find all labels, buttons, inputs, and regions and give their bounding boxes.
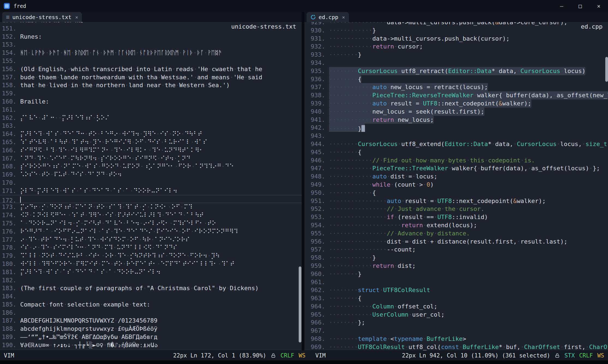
code-line[interactable]: 943. bbox=[304, 132, 608, 140]
code-line[interactable]: 948.············auto·dist·=·locus; bbox=[304, 172, 608, 181]
code-line[interactable]: 953.················if·(result·==·UTF8::… bbox=[304, 213, 608, 221]
code-line[interactable]: 968.········template·<typename·BufferLik… bbox=[304, 335, 608, 343]
eol-indicator[interactable]: CRLF bbox=[579, 352, 593, 359]
code-line[interactable]: 158.that·he·lived·in·the·northern·land·n… bbox=[0, 81, 302, 89]
code-line[interactable]: 956.················dist·=·dist·+·distan… bbox=[304, 238, 608, 246]
code-line[interactable]: 187.ABCDEFGHIJKLMNOPQRSTUVWXYZ·/01234567… bbox=[0, 317, 302, 325]
line-number: 943. bbox=[304, 132, 325, 140]
code-line[interactable]: 175.⠁·⠙⠕⠕⠗⠤⠝⠁⠊⠇⠲·⡊·⠍⠊⠣⠞·⠙⠁⠧⠑·⠃⠑⠲·⠔⠊⠇⠔⠫⠂·… bbox=[0, 219, 302, 227]
right-editor[interactable]: 929.················data->multi_cursors.… bbox=[304, 22, 608, 350]
code-line[interactable]: 176.⠗⠑⠛⠜⠙·⠁·⠊⠕⠋⠋⠔⠤⠝⠁⠊⠇·⠁⠎·⠹⠑·⠙⠑⠁⠙⠑⠌·⠏⠊⠑⠊… bbox=[0, 227, 302, 236]
right-scrollbar-thumb[interactable] bbox=[605, 57, 608, 82]
code-line[interactable]: 161. bbox=[0, 106, 302, 114]
close-icon[interactable]: ✕ bbox=[75, 14, 78, 20]
code-line[interactable]: 168.⡎⠊⠗⠕⠕⠛⠑⠰⠎·⠝⠁⠍⠑·⠺⠁⠎·⠛⠕⠕⠙·⠥⠏⠕⠝·⠰⡡⠁⠝⠛⠑⠂… bbox=[0, 162, 302, 171]
code-line[interactable]: 932.············return·cursor; bbox=[304, 43, 608, 51]
code-line[interactable]: 173.⡍⠔⠙⠖·⡊·⠙⠕⠝⠰⠞·⠍⠑⠁⠝·⠞⠕·⠎⠁⠹·⠹⠁⠞·⡊·⠅⠝⠪⠂·… bbox=[0, 203, 302, 211]
code-line[interactable]: 951.················auto·result·=·UTF8::… bbox=[304, 197, 608, 205]
code-line[interactable]: 941.············return·new_locus; bbox=[304, 116, 608, 124]
code-line[interactable]: 177.⠔·⠹⠑·⠞⠗⠁⠙⠑⠲·⡃⠥⠞·⠹⠑·⠺⠊⠎⠙⠕⠍·⠕⠋·⠳⠗·⠁⠝⠊⠑… bbox=[0, 236, 302, 244]
code-line[interactable]: 936.········{ bbox=[304, 75, 608, 83]
pane-divider[interactable] bbox=[302, 12, 304, 350]
code-line[interactable]: 181.⡍⠜⠇⠑⠹·⠺⠁⠎·⠁⠎·⠙⠑⠁⠙·⠁⠎·⠁·⠙⠕⠕⠗⠤⠝⠁⠊⠇⠲ bbox=[0, 268, 302, 276]
code-line[interactable]: 963.········{ bbox=[304, 294, 608, 302]
code-line[interactable]: 931.············data->multi_cursors.push… bbox=[304, 35, 608, 43]
code-line[interactable]: 154.ᚻᛖ·ᚳᚹᚫᚦ·ᚦᚫᛏ·ᚻᛖ·ᛒᚢᛞᛖ·ᚩᚾ·ᚦᚫᛗ·ᛚᚪᚾᛞᛖ·ᚾᚩᚱ… bbox=[0, 49, 302, 57]
code-line[interactable]: 165.⠱⠁⠞⠑⠧⠻·⠁⠃⠳⠞·⠹⠁⠞⠲·⡹⠑·⠗⠑⠛⠊⠌⠻·⠕⠋·⠙⠊⠎·⠃⠥… bbox=[0, 138, 302, 146]
code-line[interactable]: 967. bbox=[304, 327, 608, 335]
code-line[interactable]: 960.········} bbox=[304, 270, 608, 278]
code-line[interactable]: 183.(The·first·couple·of·paragraphs·of·"… bbox=[0, 284, 302, 292]
code-line[interactable]: 180.⠺⠊⠇⠇·⠹⠻⠑⠋⠕⠗⠑·⠏⠻⠍⠊⠞·⠍⠑·⠞⠕·⠗⠑⠏⠑⠁⠞⠂·⠑⠍⠏… bbox=[0, 260, 302, 268]
lock-icon[interactable] bbox=[555, 353, 560, 359]
close-icon[interactable]: ✕ bbox=[342, 14, 345, 20]
code-line[interactable]: 946.············//·Find·out·how·many·byt… bbox=[304, 156, 608, 165]
code-line[interactable]: 930.············} bbox=[304, 26, 608, 35]
code-line[interactable]: 949.············while·(count·>·0) bbox=[304, 181, 608, 189]
code-line[interactable]: 947.············PieceTree::TreeWalker·wa… bbox=[304, 164, 608, 172]
code-line[interactable]: 190.∀∂∈ℝ∧∪≡∞·↑↗↨↻⇣·┐┼╔╘░►☺♀·ﬁ�⑀₂ἠḂӥẄɐː⍎א… bbox=[0, 341, 302, 349]
code-line[interactable]: 961. bbox=[304, 278, 608, 286]
code-line[interactable]: 189.–—‘“”„†•…‰™œŠŸž€·ΑΒΓΔΩαβγδω·АБВГДабв… bbox=[0, 333, 302, 341]
code-line[interactable]: 152.Runes: bbox=[0, 33, 302, 41]
minimize-button[interactable]: – bbox=[552, 0, 571, 12]
code-line[interactable]: 944.········CursorLocus·utf8_extend(Edit… bbox=[304, 140, 608, 148]
tab-unicode-stress-txt[interactable]: ≡ unicode-stress.txt ✕ bbox=[2, 12, 82, 22]
tab-ed-cpp[interactable]: ed.cpp ✕ bbox=[307, 12, 349, 22]
left-scrollbar-thumb[interactable] bbox=[299, 266, 301, 342]
whitespace-indicator[interactable]: WS bbox=[597, 352, 604, 359]
code-line[interactable]: 945.········{ bbox=[304, 148, 608, 156]
code-line[interactable]: 933.········} bbox=[304, 51, 608, 59]
maximize-button[interactable]: □ bbox=[571, 0, 589, 12]
code-line[interactable]: 965.············UserColumn·user_col; bbox=[304, 311, 608, 319]
code-line[interactable]: 188.abcdefghijklmnopqrstuvwxyz·£©µÀÆÖÞßé… bbox=[0, 325, 302, 333]
code-line[interactable]: 955.················//·Advance·by·distan… bbox=[304, 229, 608, 238]
code-line[interactable]: 957.················--count; bbox=[304, 245, 608, 254]
code-line[interactable]: 942.········} bbox=[304, 124, 608, 132]
code-line[interactable]: 969.········UTF8ColResult·utf8_col(const… bbox=[304, 343, 608, 350]
code-line[interactable]: 937.············auto·new_locus·=·retract… bbox=[304, 83, 608, 91]
code-line[interactable]: 163. bbox=[0, 122, 302, 130]
code-line[interactable]: 171.⡕⠇⠙·⡍⠜⠇⠑⠹·⠺⠁⠎·⠁⠎·⠙⠑⠁⠙·⠁⠎·⠁·⠙⠕⠕⠗⠤⠝⠁⠊⠇… bbox=[0, 187, 302, 195]
code-line[interactable]: 185.Compact·font·selection·example·text: bbox=[0, 301, 302, 309]
code-line[interactable]: 938.············PieceTree::ReverseTreeWa… bbox=[304, 91, 608, 99]
code-line[interactable]: 966.········}; bbox=[304, 318, 608, 327]
code-line[interactable]: 952.················//·Just·advance·the·… bbox=[304, 205, 608, 213]
code-line[interactable]: 935.········CursorLocus·utf8_retract(Edi… bbox=[304, 67, 608, 75]
code-line[interactable]: 178.⠊⠎·⠔·⠹⠑·⠎⠊⠍⠊⠇⠑⠒·⠁⠝⠙·⠍⠹·⠥⠝⠙⠁⠇⠇⠪⠫·⠙⠁⠝⠙… bbox=[0, 244, 302, 252]
lock-icon[interactable] bbox=[271, 353, 276, 359]
code-line[interactable]: 167.⠁⠝⠙·⠹⠑·⠡⠊⠑⠋·⠍⠳⠗⠝⠻⠲·⡎⠊⠗⠕⠕⠛⠑·⠎⠊⠛⠝⠫·⠊⠞⠲… bbox=[0, 154, 302, 163]
code-line[interactable]: 153. bbox=[0, 41, 302, 49]
code-line[interactable]: 179.⠩⠁⠇⠇·⠝⠕⠞·⠙⠊⠌⠥⠗⠃·⠊⠞⠂·⠕⠗·⠹⠑·⡊⠳⠝⠞⠗⠹⠰⠎·⠙… bbox=[0, 252, 302, 260]
code-line[interactable]: 934. bbox=[304, 59, 608, 67]
eol-indicator[interactable]: CRLF bbox=[280, 352, 294, 359]
code-line[interactable]: 182. bbox=[0, 276, 302, 284]
code-line[interactable]: 962.········struct·UTF8ColResult bbox=[304, 286, 608, 294]
code-line[interactable]: 160.Braille: bbox=[0, 98, 302, 106]
left-editor[interactable]: 150.እግርህን·በፍራሽህ·ልክ·ዘርጋ።151.152.Runes:153… bbox=[0, 22, 302, 350]
code-line[interactable]: 186. bbox=[0, 309, 302, 317]
code-line[interactable]: 172. bbox=[0, 195, 302, 203]
code-line[interactable]: 164.⡍⠜⠇⠑⠹·⠺⠁⠎·⠙⠑⠁⠙⠒·⠞⠕·⠃⠑⠛⠔·⠺⠊⠹⠲·⡹⠻⠑·⠊⠎·… bbox=[0, 130, 302, 138]
code-line[interactable]: 940.············new_locus·=·seek(result.… bbox=[304, 108, 608, 116]
code-line[interactable]: 950.············{ bbox=[304, 189, 608, 197]
code-line[interactable]: 159. bbox=[0, 89, 302, 98]
code-line[interactable]: 166.⠎⠊⠛⠝⠫·⠃⠹·⠹⠑·⠊⠇⠻⠛⠹⠍⠁⠝⠂·⠹⠑·⠊⠇⠻⠅⠂·⠹⠑·⠥⠝… bbox=[0, 146, 302, 154]
code-line[interactable]: 954.····················return·extend(lo… bbox=[304, 221, 608, 229]
code-line[interactable]: 939.············auto·result·=·UTF8::next… bbox=[304, 99, 608, 108]
encoding-indicator[interactable]: STX bbox=[564, 352, 575, 359]
code-line[interactable]: 156.(Old·English,·which·transcribed·into… bbox=[0, 65, 302, 73]
code-line[interactable]: 169.⠡⠕⠎⠑·⠞⠕·⠏⠥⠞·⠙⠊⠎·⠙⠁⠝⠙·⠞⠕⠲ bbox=[0, 171, 302, 179]
code-line[interactable]: 929.················data->multi_cursors.… bbox=[304, 22, 608, 26]
code-line[interactable]: 155. bbox=[0, 57, 302, 65]
whitespace-indicator[interactable]: WS bbox=[299, 352, 306, 359]
code-line[interactable]: 170. bbox=[0, 179, 302, 187]
code-line[interactable]: 964.············Column·offset_col; bbox=[304, 302, 608, 311]
code-line[interactable]: 174.⠪⠝·⠅⠝⠪⠇⠫⠛⠑⠂·⠱⠁⠞·⠹⠻⠑·⠊⠎·⠏⠜⠞⠊⠊⠥⠇⠜⠇⠹·⠙⠑… bbox=[0, 211, 302, 219]
code-line[interactable]: 959.············return·dist; bbox=[304, 262, 608, 270]
close-button[interactable]: ✕ bbox=[589, 0, 608, 12]
code-line[interactable]: 184. bbox=[0, 292, 302, 301]
code-line[interactable]: 958.············} bbox=[304, 254, 608, 262]
code-line[interactable]: 162.⡌⠁⠧⠑·⠼⠁⠒··⡍⠜⠇⠑⠹⠰⠎·⡣⠕⠌ bbox=[0, 114, 302, 122]
code-line[interactable]: 157.bude·thaem·lande·northweardum·with·t… bbox=[0, 73, 302, 81]
